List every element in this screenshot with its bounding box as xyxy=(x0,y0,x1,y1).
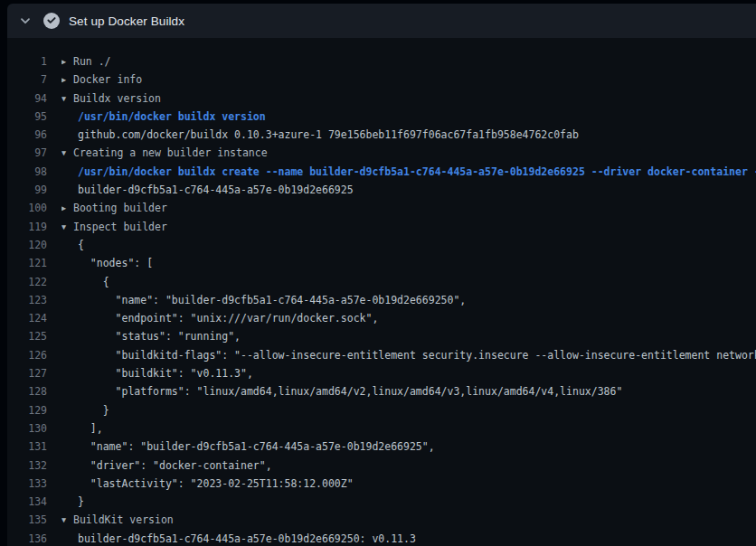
log-line: 130 ], xyxy=(7,419,756,438)
line-number[interactable]: 123 xyxy=(7,291,47,309)
log-line: 126 "buildkitd-flags": "--allow-insecure… xyxy=(7,346,756,364)
line-number[interactable]: 133 xyxy=(7,475,47,493)
log-line: 133 "lastActivity": "2023-02-25T11:58:12… xyxy=(7,475,756,493)
log-line-text: /usr/bin/docker buildx version xyxy=(78,110,266,123)
log-line-text: BuildKit version xyxy=(73,513,174,526)
log-line: 95 /usr/bin/docker buildx version xyxy=(7,108,756,126)
chevron-right-icon[interactable]: ▶ xyxy=(61,71,73,89)
log-line: 132 "driver": "docker-container", xyxy=(7,457,756,475)
line-number[interactable]: 96 xyxy=(7,126,47,144)
line-number[interactable]: 97 xyxy=(7,144,47,162)
log-line-text: { xyxy=(78,276,109,288)
line-number[interactable]: 120 xyxy=(7,236,47,254)
log-line-text: "platforms": "linux/amd64,linux/amd64/v2… xyxy=(78,385,622,398)
step-title: Set up Docker Buildx xyxy=(69,14,184,28)
line-number[interactable]: 135 xyxy=(7,511,47,529)
log-line-text: "lastActivity": "2023-02-25T11:58:12.000… xyxy=(78,477,354,490)
chevron-down-icon[interactable]: ▼ xyxy=(61,144,73,162)
log-line-text: Run ./ xyxy=(73,55,111,68)
line-number[interactable]: 124 xyxy=(7,309,47,327)
log-line: 128 "platforms": "linux/amd64,linux/amd6… xyxy=(7,382,756,400)
log-line[interactable]: 119 ▼Inspect builder xyxy=(7,218,756,236)
log-line-text: "driver": "docker-container", xyxy=(78,459,272,472)
chevron-down-icon[interactable] xyxy=(14,10,36,32)
log-line: 96 github.com/docker/buildx 0.10.3+azure… xyxy=(7,126,756,144)
chevron-right-icon[interactable]: ▶ xyxy=(61,52,73,71)
log-line-text: "status": "running", xyxy=(78,330,241,343)
line-number[interactable]: 136 xyxy=(7,530,47,546)
log-line[interactable]: 7 ▶Docker info xyxy=(7,71,756,89)
line-number[interactable]: 94 xyxy=(7,89,47,108)
step-header[interactable]: Set up Docker Buildx xyxy=(7,4,756,38)
log-line: 124 "endpoint": "unix:///var/run/docker.… xyxy=(7,309,756,327)
log-line-text: } xyxy=(78,404,109,417)
line-number[interactable]: 99 xyxy=(7,181,47,199)
log-line: 122 { xyxy=(7,273,756,291)
log-line-text: "name": "builder-d9cfb5a1-c764-445a-a57e… xyxy=(78,440,435,453)
line-number[interactable]: 121 xyxy=(7,254,47,272)
log-line-text: "buildkit": "v0.11.3", xyxy=(78,367,253,380)
line-number[interactable]: 127 xyxy=(7,364,47,382)
log-line: 120 { xyxy=(7,236,756,254)
line-number[interactable]: 134 xyxy=(7,493,47,511)
log-line[interactable]: 97 ▼Creating a new builder instance xyxy=(7,144,756,162)
log-line: 123 "name": "builder-d9cfb5a1-c764-445a-… xyxy=(7,291,756,309)
line-number[interactable]: 98 xyxy=(7,163,47,181)
log-line[interactable]: 94 ▼Buildx version xyxy=(7,89,756,108)
line-number[interactable]: 132 xyxy=(7,457,47,475)
log-content: 1 ▶Run ./ 7 ▶Docker info 94 ▼Buildx vers… xyxy=(7,38,756,546)
check-circle-icon xyxy=(43,13,60,29)
line-number[interactable]: 131 xyxy=(7,438,47,456)
log-line-text: "endpoint": "unix:///var/run/docker.sock… xyxy=(78,312,378,325)
line-number[interactable]: 125 xyxy=(7,327,47,345)
line-number[interactable]: 129 xyxy=(7,401,47,419)
log-line[interactable]: 1 ▶Run ./ xyxy=(7,52,756,71)
line-number[interactable]: 100 xyxy=(7,199,47,217)
chevron-down-icon[interactable]: ▼ xyxy=(61,511,73,529)
log-line: 134 } xyxy=(7,493,756,511)
line-number[interactable]: 126 xyxy=(7,346,47,364)
log-line-text: Creating a new builder instance xyxy=(73,146,268,159)
line-number[interactable]: 1 xyxy=(7,52,47,71)
log-line: 98 /usr/bin/docker buildx create --name … xyxy=(7,163,756,181)
line-number[interactable]: 130 xyxy=(7,419,47,438)
line-number[interactable]: 7 xyxy=(7,71,47,89)
log-line-text: Buildx version xyxy=(73,92,161,105)
line-number[interactable]: 95 xyxy=(7,108,47,126)
log-line[interactable]: 135 ▼BuildKit version xyxy=(7,511,756,529)
log-line[interactable]: 100 ▶Booting builder xyxy=(7,199,756,217)
log-line-text: builder-d9cfb5a1-c764-445a-a57e-0b19d2e6… xyxy=(78,184,354,196)
log-line-text: { xyxy=(78,239,84,251)
log-line-text: "nodes": [ xyxy=(78,257,153,269)
log-line-text: Docker info xyxy=(73,73,142,86)
log-line-text: Booting builder xyxy=(73,202,167,214)
log-line-text: "buildkitd-flags": "--allow-insecure-ent… xyxy=(78,349,756,362)
chevron-down-icon[interactable]: ▼ xyxy=(61,218,73,236)
chevron-down-icon[interactable]: ▼ xyxy=(61,89,73,108)
log-line-text: Inspect builder xyxy=(73,221,167,233)
log-line-text: github.com/docker/buildx 0.10.3+azure-1 … xyxy=(78,128,579,141)
log-line: 99 builder-d9cfb5a1-c764-445a-a57e-0b19d… xyxy=(7,181,756,199)
line-number[interactable]: 122 xyxy=(7,273,47,291)
log-line: 129 } xyxy=(7,401,756,419)
log-line-text: } xyxy=(78,495,84,508)
log-line: 125 "status": "running", xyxy=(7,327,756,345)
log-line: 136 builder-d9cfb5a1-c764-445a-a57e-0b19… xyxy=(7,530,756,546)
log-line: 121 "nodes": [ xyxy=(7,254,756,272)
log-line-text: /usr/bin/docker buildx create --name bui… xyxy=(78,165,756,178)
log-line-text: ], xyxy=(78,422,103,435)
log-line-text: "name": "builder-d9cfb5a1-c764-445a-a57e… xyxy=(78,294,466,306)
chevron-right-icon[interactable]: ▶ xyxy=(61,199,73,217)
log-line-text: builder-d9cfb5a1-c764-445a-a57e-0b19d2e6… xyxy=(78,532,416,545)
log-line: 127 "buildkit": "v0.11.3", xyxy=(7,364,756,382)
line-number[interactable]: 119 xyxy=(7,218,47,236)
line-number[interactable]: 128 xyxy=(7,382,47,400)
log-line: 131 "name": "builder-d9cfb5a1-c764-445a-… xyxy=(7,438,756,456)
